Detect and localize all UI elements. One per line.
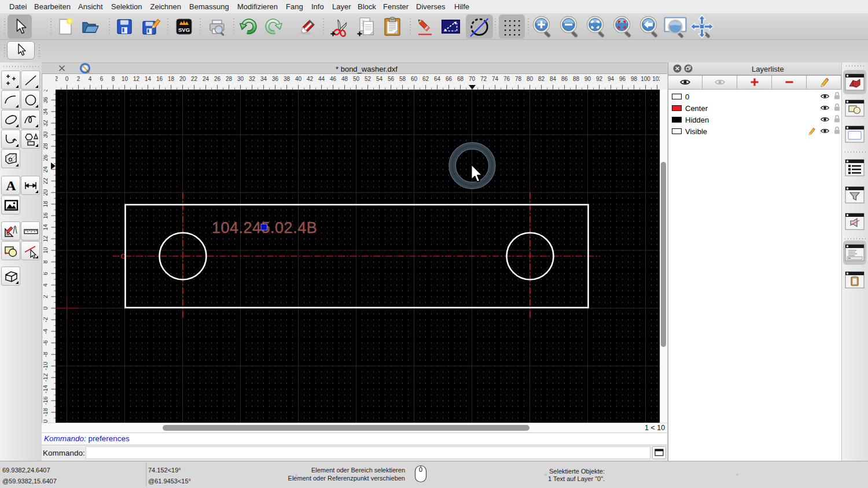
- svg-text:SVG: SVG: [178, 27, 190, 33]
- svg-text:A: A: [6, 178, 16, 193]
